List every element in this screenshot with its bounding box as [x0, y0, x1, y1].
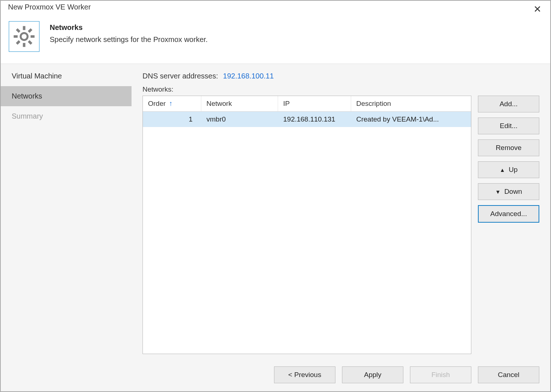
sidebar-item-virtual-machine[interactable]: Virtual Machine	[1, 66, 132, 86]
svg-rect-7	[28, 40, 33, 45]
apply-button[interactable]: Apply	[342, 366, 403, 383]
col-network[interactable]: Network	[201, 96, 278, 111]
networks-label: Networks:	[142, 85, 539, 93]
gear-icon	[9, 21, 39, 52]
col-description[interactable]: Description	[351, 96, 471, 111]
svg-rect-0	[23, 26, 26, 30]
dns-label: DNS server addresses:	[142, 72, 218, 80]
table-body: 1 vmbr0 192.168.110.131 Created by VEEAM…	[143, 112, 471, 354]
table-row[interactable]: 1 vmbr0 192.168.110.131 Created by VEEAM…	[143, 112, 471, 127]
sort-asc-icon: ↑	[169, 100, 173, 107]
remove-button[interactable]: Remove	[478, 139, 539, 156]
wizard-window: New Proxmox VE Worker ✕	[0, 0, 551, 392]
move-up-label: Up	[509, 166, 517, 174]
wizard-body: Virtual Machine Networks Summary DNS ser…	[1, 64, 550, 358]
cell-ip: 192.168.110.131	[278, 112, 351, 127]
close-icon[interactable]: ✕	[530, 3, 545, 15]
window-title: New Proxmox VE Worker	[8, 3, 91, 11]
wizard-steps-sidebar: Virtual Machine Networks Summary	[1, 64, 132, 358]
sidebar-item-label: Summary	[12, 112, 43, 120]
svg-rect-4	[28, 28, 33, 33]
dns-value[interactable]: 192.168.100.11	[223, 72, 274, 80]
networks-table[interactable]: Order ↑ Network IP Description 1 vmbr0 1…	[142, 96, 471, 354]
finish-button: Finish	[410, 366, 471, 383]
dns-line: DNS server addresses: 192.168.100.11	[142, 72, 539, 80]
cell-description: Created by VEEAM-1\Ad...	[351, 112, 471, 127]
arrow-up-icon: ▲	[499, 167, 505, 173]
svg-rect-2	[14, 35, 18, 38]
advanced-button[interactable]: Advanced...	[478, 205, 539, 223]
wizard-footer: < Previous Apply Finish Cancel	[1, 358, 550, 391]
table-header: Order ↑ Network IP Description	[143, 96, 471, 112]
svg-rect-1	[23, 43, 26, 47]
move-down-label: Down	[504, 188, 522, 196]
edit-button[interactable]: Edit...	[478, 118, 539, 134]
cell-order: 1	[143, 112, 201, 127]
page-subtitle: Specify network settings for the Proxmox…	[50, 35, 208, 44]
svg-rect-5	[16, 40, 20, 45]
arrow-down-icon: ▼	[495, 189, 501, 195]
sidebar-item-label: Virtual Machine	[12, 72, 62, 80]
svg-rect-3	[31, 35, 35, 38]
sidebar-item-networks[interactable]: Networks	[1, 86, 132, 106]
side-button-column: Add... Edit... Remove ▲ Up ▼ Down Advanc…	[478, 96, 539, 354]
title-bar: New Proxmox VE Worker ✕	[1, 1, 550, 16]
page-title: Networks	[50, 23, 208, 32]
svg-rect-6	[16, 28, 20, 33]
wizard-main-panel: DNS server addresses: 192.168.100.11 Net…	[132, 64, 550, 358]
cancel-button[interactable]: Cancel	[478, 366, 539, 383]
add-button[interactable]: Add...	[478, 96, 539, 112]
cell-network: vmbr0	[201, 112, 278, 127]
col-order[interactable]: Order ↑	[143, 96, 201, 111]
sidebar-item-summary[interactable]: Summary	[1, 106, 132, 126]
wizard-header: Networks Specify network settings for th…	[1, 16, 550, 64]
col-ip[interactable]: IP	[278, 96, 351, 111]
previous-button[interactable]: < Previous	[274, 366, 335, 383]
move-up-button[interactable]: ▲ Up	[478, 161, 539, 178]
move-down-button[interactable]: ▼ Down	[478, 183, 539, 200]
sidebar-item-label: Networks	[12, 92, 42, 100]
